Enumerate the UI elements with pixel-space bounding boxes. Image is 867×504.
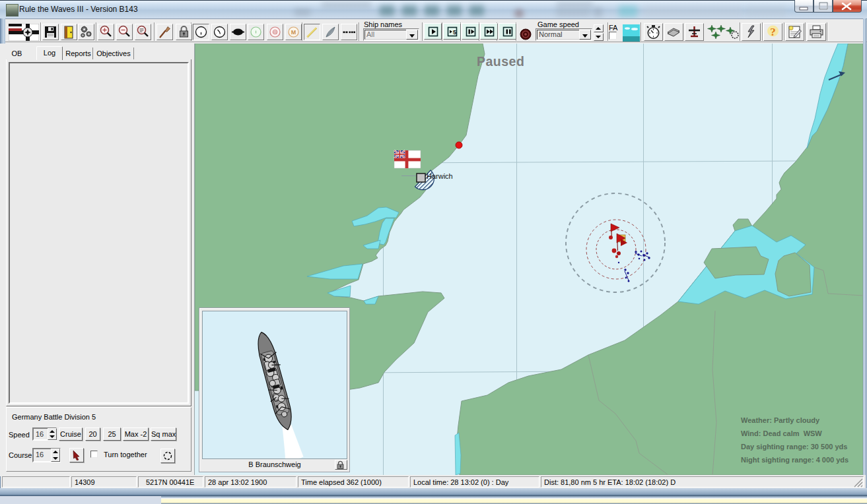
svg-text:M: M [291,29,296,36]
svg-text:Harwich: Harwich [427,172,453,180]
svg-text:5: 5 [453,29,456,36]
svg-text:Paused: Paused [477,54,524,69]
svg-text:Night sighting range: 4 000 yd: Night sighting range: 4 000 yds [741,456,849,464]
svg-text:Weather: Partly cloudy: Weather: Partly cloudy [741,416,820,424]
svg-text:Wind: Dead calm WSW: Wind: Dead calm WSW [741,429,822,437]
svg-text:?: ? [770,26,776,38]
svg-text:Day sighting range: 30 500 yds: Day sighting range: 30 500 yds [741,443,847,451]
